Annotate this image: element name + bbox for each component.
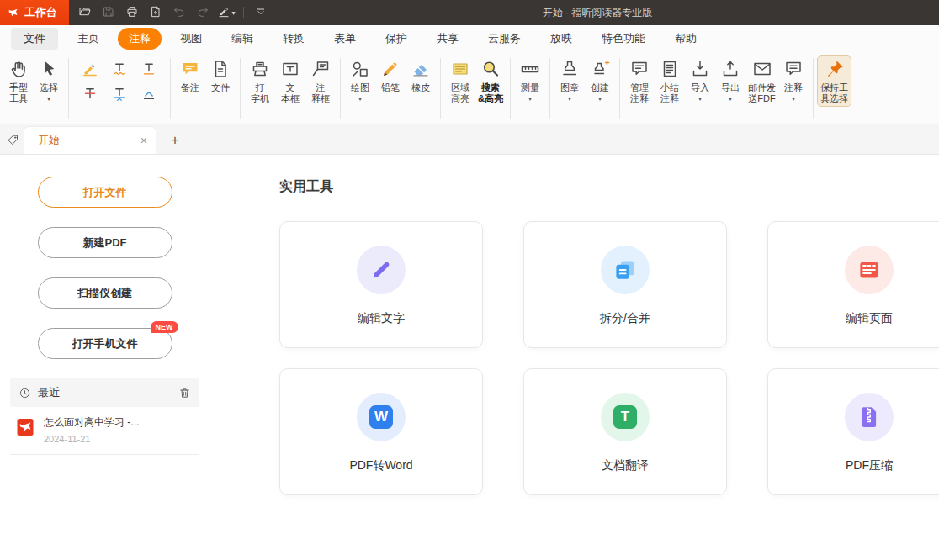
card-translate[interactable]: T文档翻译	[523, 368, 727, 495]
menu-tab-edit[interactable]: 编辑	[220, 28, 264, 50]
ribbon-tool-keep-tool-selected[interactable]: 保持工 具选择	[818, 56, 851, 106]
callout-icon	[310, 58, 331, 80]
share-button[interactable]	[145, 3, 167, 23]
card-label: 编辑页面	[846, 311, 893, 326]
open-file-button[interactable]: 打开文件	[38, 177, 172, 208]
ribbon-tool-measure[interactable]: 测量▾	[515, 56, 545, 104]
card-icon-circle: T	[601, 393, 650, 441]
stamp-icon	[560, 58, 580, 80]
recent-header: 最近	[10, 378, 199, 407]
card-edit-text[interactable]: 编辑文字	[279, 221, 483, 348]
recent-file-item[interactable]: 怎么面对高中学习 -... 2024-11-21	[10, 407, 199, 455]
ribbon-tool-comment-list[interactable]: 注释▾	[778, 56, 809, 104]
ribbon-tool-label: 导入	[691, 82, 709, 93]
open-file-button[interactable]	[74, 3, 96, 23]
scanner-create-button[interactable]: 扫描仪创建	[38, 277, 172, 309]
card-label: PDF压缩	[846, 458, 893, 473]
ribbon-tool-search-highlight[interactable]: 搜索 &高亮	[475, 56, 506, 106]
quick-tool-icon	[217, 5, 231, 21]
menu-tab-form[interactable]: 表单	[323, 28, 367, 50]
tab-list-icon[interactable]	[3, 127, 24, 152]
print-button[interactable]	[121, 3, 143, 23]
ribbon-tool-pencil[interactable]: 铅笔	[375, 56, 406, 95]
window-title: 开始 - 福昕阅读器专业版	[543, 6, 653, 20]
ribbon-tool-callout[interactable]: 注 释框	[305, 56, 336, 106]
ribbon-tool-email-fdf[interactable]: 邮件发 送FDF	[745, 56, 778, 106]
ribbon-tool-hand-tool[interactable]: 手型 工具	[3, 56, 34, 106]
translate-letter-icon: T	[613, 405, 637, 429]
ribbon-tool-select[interactable]: 选择▾	[34, 56, 64, 104]
create-stamp-icon	[590, 58, 610, 80]
tools-heading: 实用工具	[279, 178, 939, 196]
hand-icon	[8, 58, 29, 80]
menu-tab-convert[interactable]: 转换	[272, 28, 316, 50]
ribbon-tool-textbox[interactable]: 文 本框	[275, 56, 305, 106]
card-icon-circle	[357, 246, 406, 294]
card-edit-pages[interactable]: 编辑页面	[767, 221, 939, 348]
ribbon-tool-area-highlight[interactable]: 区域 高亮	[445, 56, 475, 106]
split-merge-icon	[613, 257, 638, 283]
save-icon	[102, 5, 115, 21]
menu-file-button[interactable]: 文件	[11, 28, 58, 50]
ribbon-tool-label: 小结 注释	[660, 82, 679, 104]
ribbon-tool-insert-text[interactable]	[136, 85, 162, 106]
quick-access-toolbar: ▾	[74, 3, 272, 23]
ribbon-tool-note[interactable]: 备注	[175, 56, 205, 95]
ribbon-tool-file-attachment[interactable]: 文件	[205, 56, 236, 95]
quick-tool-button[interactable]: ▾	[215, 3, 237, 23]
workspace-button[interactable]: 工作台	[0, 0, 69, 25]
ribbon-tool-create-stamp[interactable]: 创建▾	[585, 56, 615, 104]
ribbon-tool-drawing[interactable]: 绘图▾	[345, 56, 375, 104]
ribbon-tool-label: 橡皮	[411, 82, 430, 93]
ribbon-tool-squiggly-underline[interactable]	[107, 60, 132, 81]
card-pdf-to-word[interactable]: WPDF转Word	[279, 368, 483, 495]
card-split-merge[interactable]: 拆分/合并	[523, 221, 727, 348]
tab-close-icon[interactable]: ×	[141, 135, 147, 146]
dropdown-arrow-icon: ▾	[528, 96, 532, 103]
menu-tab-comment[interactable]: 注释	[118, 28, 162, 50]
menu-tab-view[interactable]: 视图	[169, 28, 213, 50]
menu-tab-present[interactable]: 放映	[539, 28, 583, 50]
ribbon-tool-highlight[interactable]	[77, 60, 103, 81]
card-icon-circle	[601, 246, 650, 294]
share-page-icon	[149, 5, 162, 21]
redo-button[interactable]	[192, 3, 214, 23]
menu-tab-cloud[interactable]: 云服务	[477, 28, 532, 50]
new-pdf-button[interactable]: 新建PDF	[38, 227, 172, 258]
ribbon-tool-label: 创建	[591, 82, 609, 93]
ribbon-tool-export-data[interactable]: 导出▾	[715, 56, 745, 104]
ribbon-tool-manage-comments[interactable]: 管理 注释	[624, 56, 655, 106]
textbox-icon	[280, 58, 300, 80]
menu-tab-home[interactable]: 主页	[66, 28, 110, 50]
ribbon-tool-typewriter[interactable]: 打 字机	[245, 56, 275, 106]
open-mobile-file-button[interactable]: 打开手机文件NEW	[38, 328, 172, 359]
ribbon-tool-label: 打 字机	[251, 82, 269, 104]
undo-button[interactable]	[168, 3, 190, 23]
menu-tab-help[interactable]: 帮助	[664, 28, 708, 50]
import-icon	[690, 58, 710, 80]
menu-tab-features[interactable]: 特色功能	[591, 28, 656, 50]
customize-toolbar-icon	[254, 5, 268, 21]
ribbon-tool-import-data[interactable]: 导入▾	[685, 56, 715, 104]
ribbon-tool-strikeout[interactable]	[77, 85, 103, 106]
dropdown-arrow-icon: ▾	[698, 96, 702, 103]
ribbon-tool-stamp[interactable]: 图章▾	[554, 56, 585, 104]
customize-toolbar-button[interactable]	[250, 3, 272, 23]
recent-label: 最近	[38, 385, 60, 400]
select-icon	[39, 58, 59, 80]
undo-icon	[172, 5, 186, 21]
trash-icon[interactable]	[178, 387, 191, 399]
ribbon-tool-replace-text[interactable]	[107, 85, 132, 106]
summarize-comments-icon	[660, 58, 680, 80]
card-pdf-compress[interactable]: PDF压缩	[767, 368, 939, 495]
menu-tab-share[interactable]: 共享	[426, 28, 470, 50]
ribbon-tool-summarize-comments[interactable]: 小结 注释	[655, 56, 685, 106]
tab-start[interactable]: 开始 ×	[24, 126, 156, 154]
menu-tab-protect[interactable]: 保护	[374, 28, 418, 50]
clock-icon	[19, 387, 31, 399]
ribbon-tool-underline[interactable]	[136, 60, 162, 81]
new-tab-button[interactable]: +	[165, 130, 185, 151]
card-label: 编辑文字	[358, 311, 405, 326]
save-button[interactable]	[98, 3, 119, 23]
ribbon-tool-eraser[interactable]: 橡皮	[406, 56, 436, 95]
